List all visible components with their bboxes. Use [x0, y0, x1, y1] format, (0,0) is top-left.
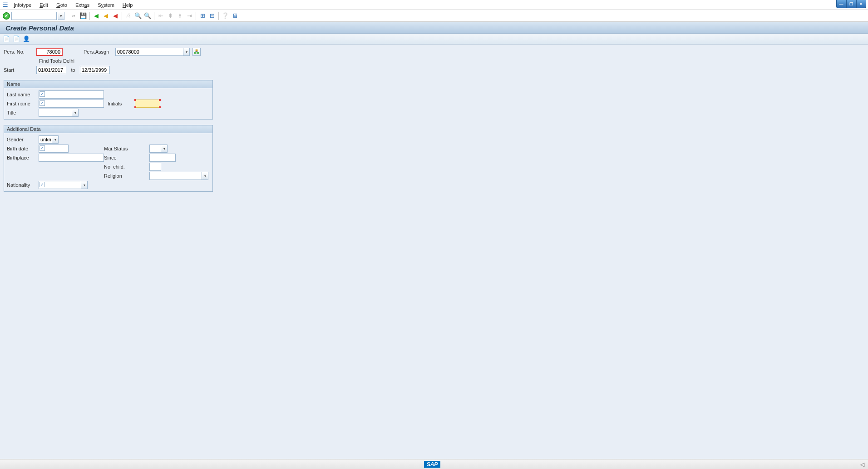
additional-data-groupbox: Additional Data Gender ▾ Birth date ✓ Ma…: [4, 125, 213, 192]
maximize-button[interactable]: ❐: [846, 0, 856, 8]
to-label: to: [66, 67, 80, 73]
start-label: Start: [4, 67, 36, 73]
org-structure-button[interactable]: [192, 48, 201, 56]
menu-system[interactable]: System: [94, 1, 118, 9]
cancel-icon[interactable]: ◀: [111, 12, 119, 20]
pers-no-label: Pers. No.: [4, 49, 36, 55]
content-area: Pers. No. Pers.Assgn ▾ Find Tools Delhi …: [0, 45, 868, 459]
standard-toolbar: ✔ ▾ « 💾 ◀ ◀ ◀ 🖨 🔍 🔍 ⇤ ⇞ ⇟ ⇥ ⊞ ⊟ ❔ 🖥: [0, 10, 868, 22]
religion-dropdown[interactable]: ▾: [202, 172, 208, 180]
nationality-label: Nationality: [7, 182, 39, 188]
print-icon: 🖨: [124, 12, 133, 20]
exit-icon[interactable]: ◀: [102, 12, 110, 20]
menu-extras[interactable]: Extras: [72, 1, 93, 9]
last-page-icon: ⇥: [185, 12, 193, 20]
birth-date-input[interactable]: [39, 145, 69, 153]
birth-date-label: Birth date: [7, 146, 39, 151]
minimize-button[interactable]: ―: [836, 0, 846, 8]
app-menu-icon[interactable]: ☰: [2, 1, 9, 9]
svg-rect-2: [197, 52, 199, 54]
find-next-icon: 🔍: [143, 12, 152, 20]
find-tools-text: Find Tools Delhi: [39, 58, 74, 64]
next-page-icon: ⇟: [176, 12, 184, 20]
start-date-input[interactable]: [36, 66, 66, 74]
command-field[interactable]: [11, 12, 57, 20]
org-assignment-icon[interactable]: 👤: [23, 35, 30, 43]
birthplace-label: Birthplace: [7, 155, 39, 160]
pers-assgn-label: Pers.Assgn: [84, 49, 115, 55]
next-record-icon[interactable]: 📄: [13, 35, 20, 43]
command-dropdown[interactable]: ▾: [58, 12, 64, 20]
no-child-label: No. child.: [104, 164, 149, 170]
window-controls: ― ❐ ✕: [836, 0, 866, 8]
svg-rect-1: [194, 52, 196, 54]
back-guillemet-icon[interactable]: «: [69, 12, 78, 20]
first-name-label: First name: [7, 101, 39, 106]
save-icon[interactable]: 💾: [79, 12, 87, 20]
svg-rect-0: [196, 50, 197, 51]
back-icon[interactable]: ◀: [92, 12, 100, 20]
since-label: Since: [104, 155, 149, 160]
menu-goto[interactable]: Goto: [53, 1, 71, 9]
title-dropdown[interactable]: ▾: [72, 109, 78, 116]
prev-record-icon[interactable]: 📄: [3, 35, 10, 43]
enter-button[interactable]: ✔: [3, 12, 10, 20]
religion-label: Religion: [104, 173, 149, 179]
prev-page-icon: ⇞: [166, 12, 174, 20]
mar-status-dropdown[interactable]: ▾: [161, 145, 167, 152]
title-label: Title: [7, 110, 39, 115]
name-groupbox: Name Last name ✓ First name ✓ Initials T…: [4, 80, 213, 120]
generate-shortcut-icon[interactable]: ⊟: [208, 12, 216, 20]
gender-label: Gender: [7, 137, 39, 142]
customize-layout-icon[interactable]: 🖥: [231, 12, 239, 20]
help-icon[interactable]: ❔: [221, 12, 229, 20]
initials-label: Initials: [104, 101, 135, 106]
menu-edit[interactable]: Edit: [36, 1, 52, 9]
initials-input[interactable]: [135, 100, 160, 108]
nationality-input[interactable]: [39, 181, 88, 189]
pers-no-input[interactable]: [36, 48, 63, 56]
name-group-title: Name: [4, 80, 212, 88]
end-date-input[interactable]: [80, 66, 110, 74]
since-input[interactable]: [149, 154, 176, 162]
first-page-icon: ⇤: [157, 12, 165, 20]
page-title: Create Personal Data: [0, 22, 868, 34]
no-child-input[interactable]: [149, 163, 161, 171]
mar-status-label: Mar.Status: [104, 146, 149, 151]
religion-input[interactable]: [149, 172, 208, 180]
menu-infotype[interactable]: Infotype: [10, 1, 35, 9]
additional-group-title: Additional Data: [4, 125, 212, 133]
app-toolbar: 📄 📄 👤: [0, 34, 868, 45]
first-name-input[interactable]: [39, 100, 104, 108]
new-session-icon[interactable]: ⊞: [198, 12, 207, 20]
menu-bar: ☰ Infotype Edit Goto Extras System Help …: [0, 0, 868, 10]
menu-help[interactable]: Help: [119, 1, 137, 9]
pers-assgn-dropdown[interactable]: ▾: [183, 48, 189, 55]
gender-dropdown[interactable]: ▾: [52, 136, 58, 143]
last-name-label: Last name: [7, 92, 39, 97]
birthplace-input[interactable]: [39, 154, 104, 162]
close-button[interactable]: ✕: [856, 0, 866, 8]
nationality-dropdown[interactable]: ▾: [81, 181, 87, 189]
pers-assgn-input[interactable]: [115, 48, 190, 56]
find-icon: 🔍: [134, 12, 142, 20]
last-name-input[interactable]: [39, 90, 104, 99]
